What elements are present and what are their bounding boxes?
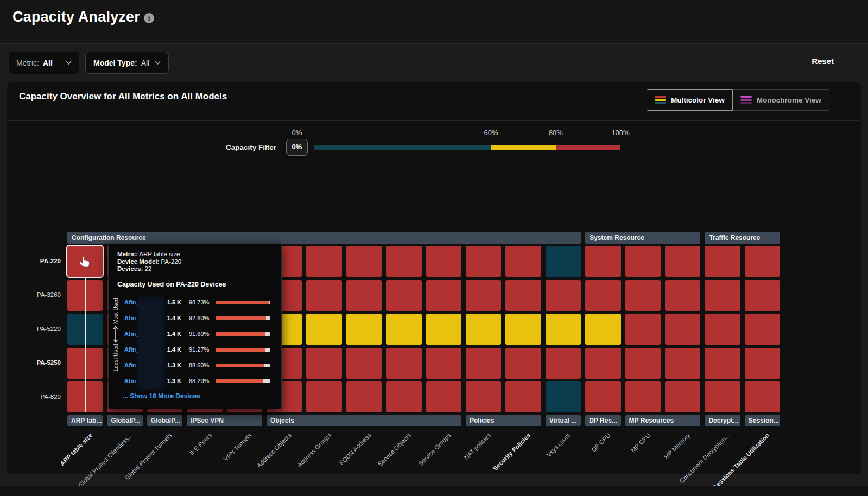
group-footer-policies[interactable]: Policies — [466, 415, 541, 426]
group-footer-mp-resources[interactable]: MP Resources — [625, 415, 701, 426]
slider-segment-0 — [314, 145, 491, 150]
device-row: Afin_1.4 K91.27% — [109, 342, 282, 358]
cell-pa-220-col7[interactable] — [306, 246, 341, 277]
cell-pa-5220-col15[interactable] — [625, 314, 661, 345]
cell-pa-3260-col17[interactable] — [705, 280, 740, 311]
show-more-devices-link[interactable]: ... Show 16 More Devices — [123, 392, 200, 400]
group-footer-globalp-[interactable]: GlobalP... — [107, 415, 142, 426]
cell-pa-3260-col7[interactable] — [306, 280, 341, 311]
cell-pa-5220-col8[interactable] — [346, 314, 382, 345]
cell-pa-820-col16[interactable] — [665, 381, 700, 412]
filter-tick-60%: 60% — [484, 129, 498, 137]
row-label-pa-5220: PA-5220 — [15, 326, 61, 332]
cell-pa-3260-col10[interactable] — [426, 280, 461, 311]
group-footer-objects[interactable]: Objects — [267, 415, 461, 426]
group-footer-globalp-[interactable]: GlobalP... — [147, 415, 182, 426]
cell-pa-5220-col11[interactable] — [466, 314, 501, 345]
cell-pa-5220-col10[interactable] — [426, 314, 461, 345]
device-percent: 92.60% — [189, 315, 216, 321]
cell-pa-820-col8[interactable] — [346, 381, 382, 412]
selected-column-indicator — [85, 277, 86, 412]
cell-pa-5220-col9[interactable] — [386, 314, 421, 345]
cell-pa-220-col17[interactable] — [705, 246, 740, 277]
row-label-pa-5250: PA-5250 — [15, 359, 61, 366]
cell-pa-220-col13[interactable] — [546, 246, 581, 277]
chevron-down-icon — [155, 61, 161, 65]
info-icon[interactable]: i — [144, 13, 154, 23]
cell-pa-5250-col16[interactable] — [665, 348, 700, 379]
cell-pa-220-col8[interactable] — [346, 246, 382, 277]
filter-tick-100%: 100% — [611, 129, 629, 137]
row-label-pa-220: PA-220 — [15, 258, 61, 264]
group-footer-decrypt-[interactable]: Decrypt... — [705, 415, 740, 426]
cell-pa-220-col11[interactable] — [466, 246, 501, 277]
cell-pa-3260-col18[interactable] — [745, 280, 780, 311]
top-bar: Capacity Analyzer i — [0, 0, 868, 44]
model-type-dropdown[interactable]: Model Type: All — [85, 52, 169, 74]
cell-pa-5250-col7[interactable] — [306, 348, 341, 379]
cell-pa-820-col11[interactable] — [466, 381, 501, 412]
monochrome-view-button[interactable]: Monochrome View — [733, 89, 829, 111]
cell-pa-5220-col7[interactable] — [306, 314, 341, 345]
cell-pa-820-col14[interactable] — [585, 381, 620, 412]
cell-pa-3260-col15[interactable] — [625, 280, 661, 311]
group-footer-virtual-[interactable]: Virtual ... — [546, 415, 581, 426]
cell-pa-220-col9[interactable] — [386, 246, 421, 277]
cell-pa-3260-col11[interactable] — [466, 280, 501, 311]
device-row: Afin_1.4 K92.60% — [109, 311, 282, 326]
card-title: Capacity Overview for All Metrics on All… — [19, 91, 227, 102]
cell-pa-220-col16[interactable] — [665, 246, 700, 277]
cell-pa-5250-col17[interactable] — [705, 348, 740, 379]
cell-pa-820-col18[interactable] — [745, 381, 780, 412]
cell-pa-820-col13[interactable] — [546, 381, 581, 412]
group-footer-dp-res-[interactable]: DP Res... — [585, 415, 620, 426]
updown-arrow-icon — [112, 325, 119, 344]
cell-pa-220-col12[interactable] — [505, 246, 541, 277]
device-usage-bar — [216, 348, 270, 352]
group-footer-session-[interactable]: Session... — [745, 415, 780, 426]
cell-pa-220-col10[interactable] — [426, 246, 461, 277]
cell-pa-820-col15[interactable] — [625, 381, 661, 412]
group-footer-ipsec-vpn[interactable]: IPSec VPN — [187, 415, 262, 426]
filter-tick-80%: 80% — [549, 129, 563, 137]
cell-pa-820-col9[interactable] — [386, 381, 421, 412]
cell-pa-5250-col18[interactable] — [745, 348, 780, 379]
device-usage-bar — [216, 332, 270, 336]
capacity-filter-handle[interactable]: 0% — [286, 139, 308, 156]
cell-pa-820-col10[interactable] — [426, 381, 461, 412]
cell-pa-5220-col16[interactable] — [665, 314, 700, 345]
cell-pa-5250-col15[interactable] — [625, 348, 661, 379]
capacity-filter-slider[interactable] — [314, 145, 620, 150]
cell-pa-5220-col17[interactable] — [705, 314, 740, 345]
cell-pa-820-col17[interactable] — [705, 381, 740, 412]
cell-pa-220-col15[interactable] — [625, 246, 661, 277]
group-footer-arp-tab-[interactable]: ARP tab... — [67, 415, 103, 426]
cell-pa-3260-col8[interactable] — [346, 280, 382, 311]
redacted-device-names — [137, 297, 165, 390]
cell-pa-5220-col14[interactable] — [585, 314, 620, 345]
cell-pa-5220-col13[interactable] — [546, 314, 581, 345]
cell-pa-5250-col11[interactable] — [466, 348, 501, 379]
device-usage-bar — [216, 316, 270, 320]
cell-pa-3260-col16[interactable] — [665, 280, 700, 311]
cell-pa-5250-col9[interactable] — [386, 348, 421, 379]
cell-pa-5250-col8[interactable] — [346, 348, 382, 379]
cell-pa-3260-col13[interactable] — [546, 280, 581, 311]
cell-pa-5220-col12[interactable] — [505, 314, 541, 345]
metric-dropdown[interactable]: Metric: All — [9, 52, 79, 74]
cell-pa-3260-col14[interactable] — [585, 280, 620, 311]
tooltip-info-lines: Metric: ARP table sizeDevice Model: PA-2… — [117, 251, 181, 273]
cell-pa-5250-col10[interactable] — [426, 348, 461, 379]
multicolor-view-button[interactable]: Multicolor View — [647, 89, 733, 111]
cell-pa-3260-col9[interactable] — [386, 280, 421, 311]
cell-pa-5250-col13[interactable] — [546, 348, 581, 379]
cell-pa-5250-col14[interactable] — [585, 348, 620, 379]
cell-pa-3260-col12[interactable] — [505, 280, 541, 311]
reset-button[interactable]: Reset — [806, 56, 834, 66]
cell-pa-220-col18[interactable] — [745, 246, 780, 277]
cell-pa-5220-col18[interactable] — [745, 314, 780, 345]
cell-pa-820-col12[interactable] — [505, 381, 541, 412]
cell-pa-5250-col12[interactable] — [505, 348, 541, 379]
cell-pa-820-col7[interactable] — [306, 381, 341, 412]
cell-pa-220-col14[interactable] — [585, 246, 620, 277]
